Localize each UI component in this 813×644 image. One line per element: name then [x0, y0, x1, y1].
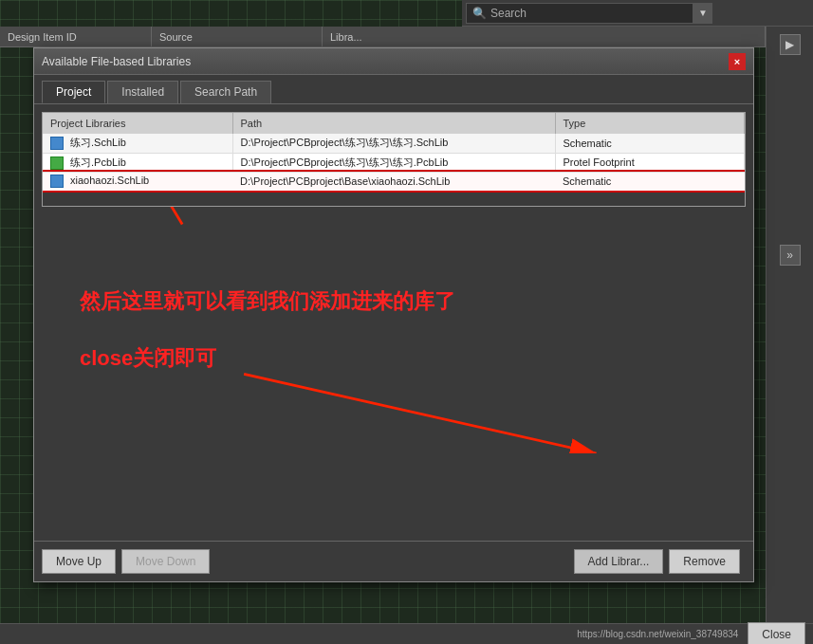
- right-panel-arrow-right[interactable]: ▶: [780, 34, 801, 55]
- annotation-text-1: 然后这里就可以看到我们添加进来的库了: [80, 287, 455, 316]
- dialog-content: Project Libraries Path Type 练习.SchLib D:…: [34, 104, 753, 541]
- search-text: Search: [490, 7, 527, 20]
- sch-icon: [50, 137, 64, 150]
- dialog-close-button[interactable]: ×: [729, 53, 746, 70]
- library-table: Project Libraries Path Type 练习.SchLib D:…: [43, 113, 745, 191]
- right-panel: ▶ »: [766, 27, 813, 644]
- dialog-titlebar: Available File-based Libraries ×: [34, 48, 753, 75]
- status-url: https://blog.csdn.net/weixin_38749834: [577, 629, 738, 639]
- col-header-source: Source: [152, 27, 323, 46]
- col-header-library: Libra...: [323, 27, 766, 46]
- tab-project[interactable]: Project: [42, 81, 105, 103]
- dialog-tabs: Project Installed Search Path: [34, 75, 753, 104]
- table-row[interactable]: 练习.PcbLib D:\Project\PCBproject\练习\练习\练习…: [43, 153, 745, 172]
- dialog-title: Available File-based Libraries: [42, 55, 191, 68]
- col-path: Path: [232, 113, 555, 134]
- search-dropdown-button[interactable]: ▼: [693, 3, 712, 24]
- close-dialog-button[interactable]: Close: [748, 622, 805, 645]
- row-type: Protel Footprint: [555, 153, 745, 172]
- tab-search-path[interactable]: Search Path: [180, 81, 271, 103]
- status-bar: https://blog.csdn.net/weixin_38749834 Cl…: [0, 623, 813, 644]
- svg-line-2: [244, 374, 596, 453]
- col-type: Type: [555, 113, 745, 134]
- row-type: Schematic: [555, 134, 745, 153]
- table-header-bar: Design Item ID Source Libra...: [0, 27, 766, 47]
- dialog-footer: Move Up Move Down Add Librar... Remove: [34, 541, 753, 581]
- row-path: D:\Project\PCBproject\Base\xiaohaozi.Sch…: [232, 172, 555, 191]
- move-up-button[interactable]: Move Up: [42, 549, 116, 574]
- row-name: xiaohaozi.SchLib: [43, 172, 232, 191]
- search-icon: 🔍: [472, 7, 487, 20]
- right-panel-arrow-down[interactable]: »: [780, 245, 801, 266]
- row-path: D:\Project\PCBproject\练习\练习\练习.PcbLib: [232, 153, 555, 172]
- col-project-libraries: Project Libraries: [43, 113, 232, 134]
- col-header-design-item-id: Design Item ID: [0, 27, 152, 46]
- arrows-overlay: [42, 207, 746, 453]
- move-down-button[interactable]: Move Down: [121, 549, 210, 574]
- table-row-highlighted[interactable]: xiaohaozi.SchLib D:\Project\PCBproject\B…: [43, 172, 745, 191]
- remove-button[interactable]: Remove: [669, 549, 740, 574]
- row-type: Schematic: [555, 172, 745, 191]
- annotation-area: 然后这里就可以看到我们添加进来的库了 close关闭即可: [42, 207, 746, 453]
- row-name: 练习.PcbLib: [43, 153, 232, 172]
- tab-installed[interactable]: Installed: [107, 81, 178, 103]
- sch-icon: [50, 175, 64, 188]
- annotation-text-2: close关闭即可: [80, 344, 216, 373]
- add-library-button[interactable]: Add Librar...: [574, 549, 664, 574]
- library-table-wrapper: Project Libraries Path Type 练习.SchLib D:…: [42, 112, 746, 207]
- available-libraries-dialog: Available File-based Libraries × Project…: [33, 47, 754, 582]
- table-row[interactable]: 练习.SchLib D:\Project\PCBproject\练习\练习\练习…: [43, 134, 745, 153]
- search-box[interactable]: 🔍 Search: [466, 3, 693, 24]
- top-search-bar: 🔍 Search ▼: [462, 0, 813, 27]
- row-name: 练习.SchLib: [43, 134, 232, 153]
- pcb-icon: [50, 156, 64, 170]
- row-path: D:\Project\PCBproject\练习\练习\练习.SchLib: [232, 134, 555, 153]
- svg-line-1: [142, 207, 182, 225]
